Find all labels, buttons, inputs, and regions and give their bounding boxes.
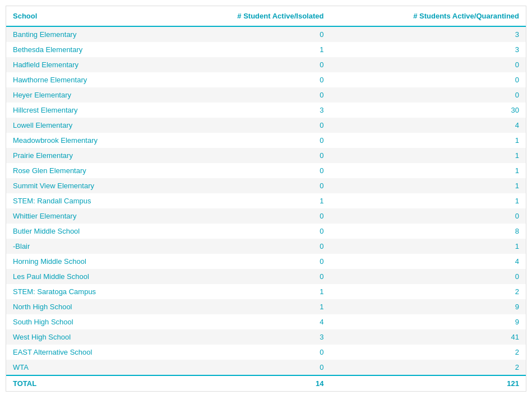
table-row: Summit View Elementary01 xyxy=(6,178,526,193)
cell-school: Whittier Elementary xyxy=(6,208,167,224)
cell-quarantined: 1 xyxy=(330,239,526,254)
cell-isolated: 1 xyxy=(167,193,331,208)
cell-isolated: 3 xyxy=(167,103,331,118)
cell-isolated: 0 xyxy=(167,254,331,269)
total-label: TOTAL xyxy=(6,375,167,391)
cell-isolated: 0 xyxy=(167,148,331,163)
cell-quarantined: 30 xyxy=(330,103,526,118)
table-row: South High School49 xyxy=(6,314,526,329)
cell-school: Banting Elementary xyxy=(6,26,167,42)
cell-isolated: 0 xyxy=(167,178,331,193)
cell-school: West High School xyxy=(6,329,167,345)
cell-school: Prairie Elementary xyxy=(6,148,167,163)
cell-isolated: 0 xyxy=(167,345,331,360)
table-row: Les Paul Middle School00 xyxy=(6,269,526,284)
cell-school: Horning Middle School xyxy=(6,254,167,269)
table-row: Bethesda Elementary13 xyxy=(6,42,526,57)
cell-isolated: 0 xyxy=(167,360,331,375)
cell-quarantined: 8 xyxy=(330,224,526,239)
cell-quarantined: 41 xyxy=(330,329,526,345)
table-row: Banting Elementary03 xyxy=(6,26,526,42)
cell-quarantined: 0 xyxy=(330,57,526,72)
cell-isolated: 3 xyxy=(167,329,331,345)
cell-isolated: 0 xyxy=(167,163,331,178)
table-row: Lowell Elementary04 xyxy=(6,118,526,133)
schools-table: School # Student Active/Isolated # Stude… xyxy=(6,6,526,391)
cell-quarantined: 0 xyxy=(330,72,526,87)
cell-quarantined: 2 xyxy=(330,345,526,360)
table-row: Hadfield Elementary00 xyxy=(6,57,526,72)
cell-isolated: 0 xyxy=(167,133,331,148)
table-row: STEM: Saratoga Campus12 xyxy=(6,284,526,299)
cell-school: Meadowbrook Elementary xyxy=(6,133,167,148)
table-row: EAST Alternative School02 xyxy=(6,345,526,360)
cell-quarantined: 9 xyxy=(330,314,526,329)
table-row: Butler Middle School08 xyxy=(6,224,526,239)
cell-isolated: 0 xyxy=(167,224,331,239)
cell-isolated: 0 xyxy=(167,239,331,254)
cell-quarantined: 0 xyxy=(330,269,526,284)
cell-school: Lowell Elementary xyxy=(6,118,167,133)
cell-quarantined: 4 xyxy=(330,254,526,269)
cell-isolated: 0 xyxy=(167,118,331,133)
schools-table-container: School # Student Active/Isolated # Stude… xyxy=(6,6,526,392)
table-row: Meadowbrook Elementary01 xyxy=(6,133,526,148)
cell-isolated: 0 xyxy=(167,26,331,42)
cell-school: WTA xyxy=(6,360,167,375)
cell-quarantined: 1 xyxy=(330,193,526,208)
cell-quarantined: 2 xyxy=(330,284,526,299)
cell-quarantined: 1 xyxy=(330,133,526,148)
cell-school: Rose Glen Elementary xyxy=(6,163,167,178)
table-row: Horning Middle School04 xyxy=(6,254,526,269)
table-header-row: School # Student Active/Isolated # Stude… xyxy=(6,6,526,26)
cell-school: STEM: Saratoga Campus xyxy=(6,284,167,299)
cell-quarantined: 3 xyxy=(330,26,526,42)
header-school: School xyxy=(6,6,167,26)
cell-school: Butler Middle School xyxy=(6,224,167,239)
table-row: WTA02 xyxy=(6,360,526,375)
cell-school: Bethesda Elementary xyxy=(6,42,167,57)
table-row: Whittier Elementary00 xyxy=(6,208,526,224)
table-row: Rose Glen Elementary01 xyxy=(6,163,526,178)
cell-isolated: 0 xyxy=(167,87,331,103)
cell-school: Summit View Elementary xyxy=(6,178,167,193)
total-isolated: 14 xyxy=(167,375,331,391)
cell-quarantined: 1 xyxy=(330,163,526,178)
cell-isolated: 1 xyxy=(167,284,331,299)
table-row: North High School19 xyxy=(6,299,526,314)
cell-isolated: 1 xyxy=(167,299,331,314)
cell-school: Hillcrest Elementary xyxy=(6,103,167,118)
cell-school: -Blair xyxy=(6,239,167,254)
cell-isolated: 0 xyxy=(167,208,331,224)
cell-quarantined: 0 xyxy=(330,208,526,224)
total-row: TOTAL14121 xyxy=(6,375,526,391)
cell-school: Les Paul Middle School xyxy=(6,269,167,284)
cell-quarantined: 4 xyxy=(330,118,526,133)
cell-isolated: 1 xyxy=(167,42,331,57)
table-row: Prairie Elementary01 xyxy=(6,148,526,163)
cell-school: South High School xyxy=(6,314,167,329)
cell-school: North High School xyxy=(6,299,167,314)
table-row: Hillcrest Elementary330 xyxy=(6,103,526,118)
header-isolated: # Student Active/Isolated xyxy=(167,6,331,26)
cell-quarantined: 1 xyxy=(330,148,526,163)
cell-quarantined: 2 xyxy=(330,360,526,375)
cell-quarantined: 0 xyxy=(330,87,526,103)
cell-school: Hadfield Elementary xyxy=(6,57,167,72)
cell-isolated: 0 xyxy=(167,72,331,87)
table-row: Hawthorne Elementary00 xyxy=(6,72,526,87)
cell-school: STEM: Randall Campus xyxy=(6,193,167,208)
cell-school: Heyer Elementary xyxy=(6,87,167,103)
table-row: -Blair01 xyxy=(6,239,526,254)
header-quarantined: # Students Active/Quarantined xyxy=(330,6,526,26)
cell-isolated: 4 xyxy=(167,314,331,329)
cell-school: EAST Alternative School xyxy=(6,345,167,360)
table-row: West High School341 xyxy=(6,329,526,345)
cell-isolated: 0 xyxy=(167,57,331,72)
table-row: STEM: Randall Campus11 xyxy=(6,193,526,208)
cell-school: Hawthorne Elementary xyxy=(6,72,167,87)
cell-quarantined: 1 xyxy=(330,178,526,193)
cell-isolated: 0 xyxy=(167,269,331,284)
total-quarantined: 121 xyxy=(330,375,526,391)
cell-quarantined: 3 xyxy=(330,42,526,57)
